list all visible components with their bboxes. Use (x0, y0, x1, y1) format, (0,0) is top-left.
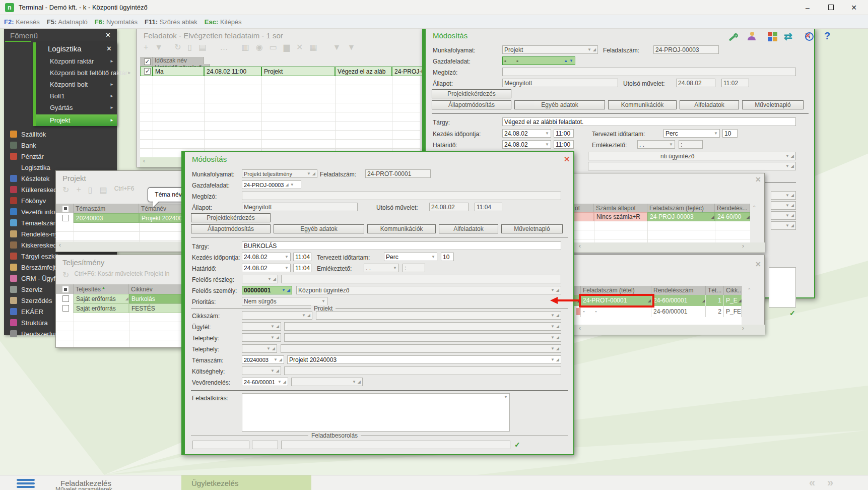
priority-select[interactable]: Nem sürgős▼ (242, 297, 327, 305)
column-header[interactable]: Feladatszám (fejléc) (647, 204, 715, 212)
column-header[interactable]: Időszak név (153, 57, 204, 64)
refresh-icon[interactable]: ↻ (62, 185, 69, 195)
deadline-date-select[interactable]: 24.08.02▼ (242, 264, 291, 272)
dialog-button[interactable]: Egyéb adatok (514, 100, 605, 109)
sidebar-item[interactable]: Szállítók (4, 129, 117, 140)
column-header[interactable]: Cikknév (129, 284, 183, 294)
customer-order2-select[interactable]: ▼◢ (291, 378, 363, 386)
item-number-select[interactable]: ▼◢ (242, 311, 312, 320)
toolbar-icon[interactable]: ▦ (309, 42, 317, 52)
row-checkbox[interactable] (140, 67, 153, 76)
confirm-check-icon[interactable]: ✓ (789, 309, 795, 317)
site2-name-field[interactable]: ▼◢ (281, 344, 561, 353)
dialog-button[interactable]: Alfeladatok (439, 224, 498, 233)
tools-icon[interactable] (727, 32, 739, 42)
responsible-person-select[interactable]: 00000001▼◢ (242, 286, 292, 294)
parent-task-select[interactable]: - -▲▼ (502, 56, 575, 65)
toolbar-icon[interactable]: ▼ (155, 43, 163, 52)
customer-name-field[interactable]: ▼◢ (284, 322, 561, 331)
shortcut-item[interactable]: Esc: Kilépés (205, 18, 242, 26)
window-close-icon[interactable]: ✕ (755, 175, 761, 183)
department-name-field[interactable] (281, 275, 561, 283)
start-time-field[interactable]: 11:00 (554, 129, 574, 138)
toolbar-icon[interactable]: … (220, 43, 228, 52)
project-row[interactable]: 20240003 Projekt 202400 (56, 213, 183, 223)
scroll-up-icon[interactable]: ⌃ (752, 205, 756, 210)
column-header[interactable]: Tét... (706, 286, 724, 295)
project-query-button[interactable]: Projektlekérdezés (432, 89, 511, 98)
classification-field-2[interactable] (252, 441, 278, 449)
cost-center-name-field[interactable] (284, 366, 561, 375)
subject-field[interactable]: Végezd el az alábbi feladatot. (502, 117, 796, 126)
description-textarea[interactable]: ▼ (242, 393, 510, 432)
toolbar-icon[interactable]: ▼ (347, 43, 355, 52)
dialog-close-icon[interactable]: ✕ (564, 155, 570, 164)
submenu-item[interactable]: Gyártás► (36, 102, 117, 113)
row-checkbox[interactable] (56, 294, 74, 303)
dialog-button[interactable]: Egyéb adatok (274, 224, 364, 233)
topic-name-field[interactable]: Projekt 20240003▼◢ (287, 355, 561, 364)
topic-number-select[interactable]: 20240003▼◢ (242, 355, 284, 364)
start-date-select[interactable]: 24.08.02▼ (242, 253, 291, 261)
responsible-person-name-field[interactable]: Központi ügyintéző▼◢ (296, 286, 561, 294)
dialog-button[interactable]: Állapotmódosítás (432, 100, 511, 109)
duration-unit-select[interactable]: Perc▼ (663, 129, 720, 138)
subject-field[interactable]: BURKOLÁS (242, 241, 561, 250)
select-all-checkbox[interactable] (56, 284, 74, 294)
reminder-date-select[interactable]: . .▼ (637, 140, 675, 149)
responsible-person-field[interactable]: nti ügyintéző▼◢ (588, 152, 796, 160)
site-name-field[interactable]: ▼◢ (284, 333, 561, 342)
field-end[interactable]: ▼◢ (771, 211, 796, 220)
info-icon[interactable]: i (805, 32, 814, 41)
shortcut-item[interactable]: F11: Szűrés ablak (145, 18, 197, 26)
duration-value-field[interactable]: 10 (722, 129, 738, 138)
confirm-check-icon[interactable]: ✓ (514, 441, 520, 449)
client-field[interactable] (502, 68, 796, 76)
shortcut-item[interactable]: F6: Nyomtatás (95, 18, 138, 26)
main-menu-close-icon[interactable]: ✕ (105, 31, 111, 39)
select-all-checkbox[interactable] (56, 204, 74, 213)
department-field[interactable]: ▼◢ (588, 162, 796, 170)
start-date-select[interactable]: 24.08.02▼ (502, 129, 551, 138)
toolbar-icon[interactable]: ▤ (198, 42, 206, 52)
user-icon[interactable] (748, 32, 757, 42)
item-name-field[interactable]: ▼◢ (316, 311, 561, 320)
menu-hamburger-icon[interactable] (17, 479, 35, 489)
tab-ugyletkezeles[interactable]: Ügyletkezelés (181, 475, 311, 490)
help-icon[interactable]: ? (824, 30, 830, 42)
classification-field-3[interactable] (281, 441, 510, 449)
transfer-icon[interactable]: ⇄ (784, 30, 792, 42)
toolbar-icon[interactable]: ▆ (284, 42, 290, 52)
submenu-item[interactable]: Központi bolt feltöltő raktár► (36, 67, 117, 79)
toolbar-icon[interactable]: ✕ (296, 42, 303, 52)
customer-order-select[interactable]: 24-60/00001▼◢ (242, 378, 288, 386)
horizontal-scrollbar[interactable]: ‹ (56, 241, 183, 252)
submenu-item-selected[interactable]: Projekt► (36, 114, 117, 126)
select-all-checkbox[interactable] (140, 57, 153, 67)
maximize-button[interactable] (823, 2, 838, 13)
cost-center-select[interactable]: ▼◢ (242, 366, 281, 375)
item-row[interactable]: - - 24-60/00001 2 P_FES (569, 306, 742, 317)
dialog-button[interactable]: Kommunikációk (608, 100, 677, 109)
description-area-sliver[interactable] (769, 267, 796, 308)
classification-field-1[interactable] (192, 441, 249, 449)
submenu-item[interactable]: Bolt1► (36, 90, 117, 102)
field-end[interactable]: ▼◢ (771, 201, 796, 210)
toolbar-icon[interactable]: ↻ (174, 42, 181, 52)
sidebar-item[interactable]: Bank (4, 140, 117, 151)
refresh-icon[interactable]: ↻ (62, 270, 69, 280)
reminder-time-field[interactable]: : (679, 140, 703, 149)
column-header[interactable]: Rendelésszám (651, 286, 706, 295)
column-header[interactable]: Teljesítés▲ (74, 284, 129, 294)
field-end[interactable]: ▼◢ (771, 191, 796, 200)
print-icon[interactable]: ▤ (100, 185, 107, 195)
submenu-item[interactable]: Központi bolt► (36, 79, 117, 90)
project-query-button[interactable]: Projektlekérdezés (191, 213, 271, 222)
reminder-time-field[interactable]: : (403, 264, 425, 272)
toolbar-icon[interactable]: ◉ (256, 42, 263, 52)
add-icon[interactable]: + (76, 185, 81, 195)
duration-value-field[interactable]: 10 (441, 253, 454, 261)
column-header[interactable]: Témaszám (74, 204, 139, 213)
column-header[interactable]: Témanév (139, 204, 183, 213)
performance-row[interactable]: Saját erőforrás FESTÉS (56, 303, 183, 313)
